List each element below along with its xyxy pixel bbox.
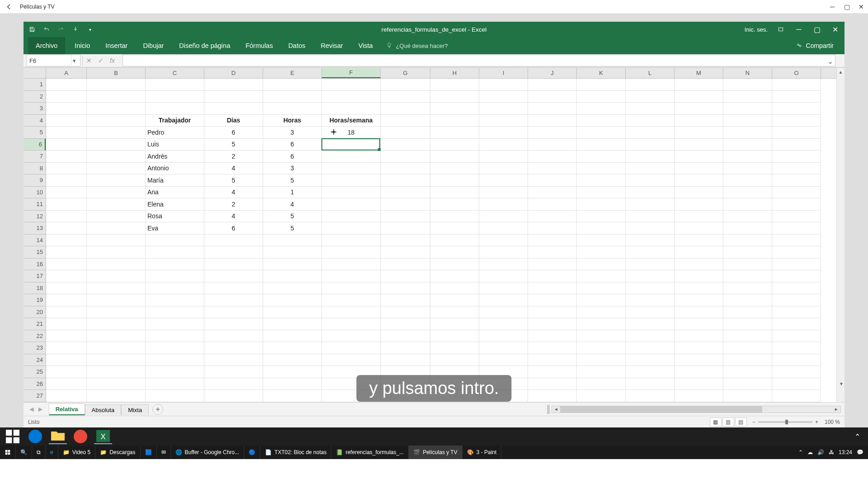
- cell[interactable]: [675, 306, 723, 319]
- cell[interactable]: [87, 390, 146, 402]
- view-page-break-icon[interactable]: ▤: [735, 418, 747, 427]
- cell[interactable]: [528, 150, 577, 163]
- tab-vista[interactable]: Vista: [351, 37, 381, 54]
- cell[interactable]: [46, 150, 87, 163]
- maximize-icon[interactable]: ▢: [844, 4, 850, 10]
- taskbar-peliculas[interactable]: 🎬 Películas y TV: [409, 446, 462, 459]
- cell[interactable]: [146, 282, 204, 295]
- cell[interactable]: [87, 127, 146, 139]
- taskbar-app2[interactable]: 🔵: [244, 446, 260, 459]
- cell[interactable]: [772, 342, 821, 354]
- file-explorer-icon[interactable]: [49, 429, 67, 444]
- tray-volume-icon[interactable]: 🔊: [817, 449, 824, 455]
- row-header[interactable]: 12: [24, 211, 46, 223]
- edge-icon[interactable]: [26, 429, 44, 444]
- cell[interactable]: [430, 294, 479, 306]
- task-view-icon[interactable]: ⧉: [32, 446, 46, 459]
- cell[interactable]: [528, 258, 577, 271]
- column-header[interactable]: L: [626, 68, 675, 78]
- cell[interactable]: [430, 139, 479, 151]
- cell[interactable]: [204, 270, 263, 282]
- save-icon[interactable]: [28, 25, 36, 33]
- cell[interactable]: [46, 330, 87, 343]
- cell[interactable]: [577, 211, 626, 223]
- cell[interactable]: [675, 187, 723, 199]
- cell[interactable]: [479, 187, 528, 199]
- cell[interactable]: [772, 163, 821, 175]
- cell[interactable]: [577, 306, 626, 319]
- cell[interactable]: [772, 127, 821, 139]
- row-header[interactable]: 20: [24, 306, 46, 319]
- cell[interactable]: [528, 354, 577, 366]
- excel-maximize-icon[interactable]: ▢: [812, 24, 822, 34]
- cancel-formula-icon[interactable]: ✕: [86, 57, 94, 64]
- cell[interactable]: [772, 211, 821, 223]
- cell[interactable]: [146, 258, 204, 271]
- column-header[interactable]: I: [479, 68, 528, 78]
- cell[interactable]: [322, 246, 381, 258]
- cell[interactable]: [381, 342, 430, 354]
- cell[interactable]: [675, 91, 723, 103]
- cell[interactable]: [772, 103, 821, 115]
- cell[interactable]: 5: [204, 139, 263, 151]
- cell[interactable]: 6: [204, 127, 263, 139]
- share-button[interactable]: Compartir: [796, 42, 840, 50]
- cell[interactable]: [263, 378, 322, 390]
- cell[interactable]: [675, 270, 723, 282]
- cell[interactable]: [322, 187, 381, 199]
- cell[interactable]: [723, 91, 772, 103]
- cell[interactable]: [87, 163, 146, 175]
- cell[interactable]: [479, 330, 528, 343]
- cell[interactable]: [204, 91, 263, 103]
- cell[interactable]: [479, 246, 528, 258]
- cell[interactable]: [322, 282, 381, 295]
- cell[interactable]: [675, 211, 723, 223]
- tab-revisar[interactable]: Revisar: [313, 37, 351, 54]
- cell[interactable]: [381, 163, 430, 175]
- taskbar-descargas[interactable]: 📁 Descargas: [95, 446, 140, 459]
- cell[interactable]: 5: [263, 174, 322, 187]
- cell[interactable]: [146, 378, 204, 390]
- cell[interactable]: 2: [204, 150, 263, 163]
- cell[interactable]: [479, 306, 528, 319]
- cell[interactable]: [675, 127, 723, 139]
- cell[interactable]: [577, 222, 626, 235]
- row-header[interactable]: 7: [24, 150, 46, 163]
- column-header[interactable]: H: [430, 68, 479, 78]
- spreadsheet-grid[interactable]: TrabajadorDíasHorasHoras/semanaPedro6318…: [46, 79, 836, 402]
- tab-diseno[interactable]: Diseño de página: [171, 37, 238, 54]
- cell[interactable]: [146, 366, 204, 378]
- edge-taskbar-icon[interactable]: e: [46, 446, 58, 459]
- cell[interactable]: [723, 246, 772, 258]
- cell[interactable]: 3: [263, 163, 322, 175]
- cell[interactable]: [772, 270, 821, 282]
- cell[interactable]: [46, 390, 87, 402]
- cell[interactable]: [87, 139, 146, 151]
- row-header[interactable]: 23: [24, 342, 46, 354]
- cell[interactable]: [528, 235, 577, 247]
- cell[interactable]: [479, 235, 528, 247]
- cell[interactable]: [263, 342, 322, 354]
- cell[interactable]: [322, 294, 381, 306]
- formula-expand-icon[interactable]: ⌄: [827, 57, 833, 66]
- app-icon-red[interactable]: [71, 429, 90, 444]
- cell[interactable]: [479, 211, 528, 223]
- cell[interactable]: [772, 174, 821, 187]
- cell[interactable]: [626, 150, 675, 163]
- cell[interactable]: [263, 330, 322, 343]
- cell[interactable]: [577, 354, 626, 366]
- cell[interactable]: [381, 139, 430, 151]
- tray-expand-icon[interactable]: ⌃: [798, 449, 803, 455]
- cell[interactable]: [723, 366, 772, 378]
- cell[interactable]: [528, 91, 577, 103]
- cell[interactable]: Pedro: [146, 127, 204, 139]
- cell[interactable]: [626, 318, 675, 330]
- cell[interactable]: [263, 390, 322, 402]
- taskbar-notepad[interactable]: 📄 TXT02: Bloc de notas: [260, 446, 331, 459]
- cell[interactable]: [772, 139, 821, 151]
- cell[interactable]: [430, 270, 479, 282]
- view-page-layout-icon[interactable]: ▥: [722, 418, 734, 427]
- cell[interactable]: [528, 222, 577, 235]
- cell[interactable]: [430, 174, 479, 187]
- cell[interactable]: [204, 235, 263, 247]
